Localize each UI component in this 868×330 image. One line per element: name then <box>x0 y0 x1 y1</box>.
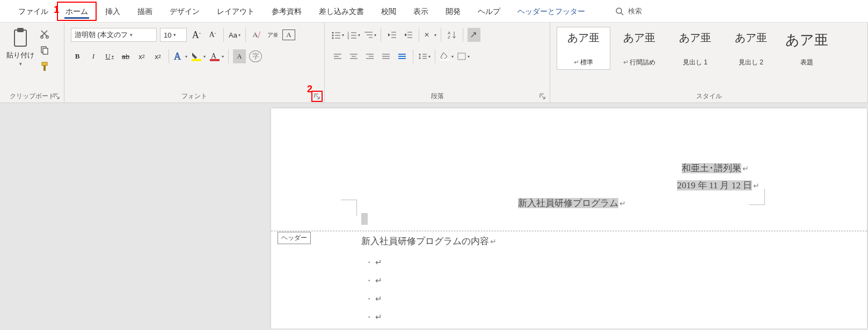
chevron-down-icon: ▾ <box>173 32 176 38</box>
bullet-1: ・ ↵ <box>365 258 382 268</box>
paragraph-launcher[interactable] <box>538 92 546 100</box>
doc-date: 2019 年 11 月 12 日 <box>677 179 760 192</box>
underline-button[interactable]: U <box>103 49 116 63</box>
svg-text:3: 3 <box>347 36 349 39</box>
character-border-button[interactable]: A <box>282 30 295 40</box>
increase-indent-button[interactable] <box>402 28 414 42</box>
search-label: 検索 <box>628 6 642 16</box>
cut-icon[interactable] <box>39 28 50 40</box>
paste-label: 貼り付け <box>6 50 34 60</box>
style-item-heading1[interactable]: あア亜 見出し 1 <box>668 27 722 70</box>
decrease-indent-button[interactable] <box>385 28 398 42</box>
align-left-button[interactable] <box>331 49 344 63</box>
bold-button[interactable]: B <box>71 49 84 63</box>
show-marks-button[interactable] <box>468 28 480 42</box>
change-case-button[interactable]: Aa <box>228 28 241 42</box>
italic-button[interactable]: I <box>87 49 100 63</box>
font-size-value: 10 <box>164 31 171 39</box>
bullet-4: ・ ↵ <box>365 312 382 322</box>
header-tag: ヘッダー <box>278 232 311 244</box>
paste-icon[interactable] <box>10 26 31 49</box>
svg-text:✕: ✕ <box>424 31 429 39</box>
group-label-clipboard: クリップボード <box>10 92 55 101</box>
tab-help[interactable]: ヘルプ <box>469 2 509 21</box>
svg-point-4 <box>41 36 43 38</box>
style-item-heading2[interactable]: あア亜 見出し 2 <box>724 27 778 70</box>
font-name-select[interactable]: 游明朝 (本文のフ ▾ <box>71 28 157 42</box>
tab-developer[interactable]: 開発 <box>437 2 469 21</box>
font-color-button[interactable]: A <box>209 49 224 63</box>
font-launcher[interactable] <box>313 92 321 100</box>
svg-rect-7 <box>43 48 48 54</box>
svg-point-18 <box>332 38 334 39</box>
tab-mailings[interactable]: 差し込み文書 <box>310 2 373 21</box>
bullet-3: ・ ↵ <box>365 294 382 304</box>
svg-rect-56 <box>441 59 449 61</box>
tab-header-footer[interactable]: ヘッダーとフッター <box>509 2 594 21</box>
svg-rect-3 <box>17 28 24 32</box>
svg-point-5 <box>46 36 48 38</box>
tab-review[interactable]: 校閲 <box>373 2 405 21</box>
tab-layout[interactable]: レイアウト <box>208 2 263 21</box>
svg-rect-8 <box>42 62 47 65</box>
format-painter-icon[interactable] <box>39 60 50 73</box>
text-effects-button[interactable]: A <box>173 49 187 63</box>
clear-formatting-button[interactable]: A⧸ <box>250 28 263 42</box>
clipboard-launcher[interactable] <box>53 92 61 100</box>
svg-rect-9 <box>43 65 46 71</box>
svg-rect-2 <box>14 30 26 46</box>
text-direction-button[interactable]: ✕ <box>424 28 436 42</box>
ribbon: 貼り付け ▾ クリップボード <box>0 23 868 103</box>
borders-button[interactable] <box>457 49 470 63</box>
style-preview: あア亜 <box>785 31 828 49</box>
chevron-down-icon: ▾ <box>130 32 133 38</box>
doc-empty-sel <box>361 213 368 225</box>
group-label-paragraph: 段落 <box>431 92 444 101</box>
highlight-button[interactable] <box>191 49 206 63</box>
style-item-nospacing[interactable]: あア亜 ↵行間詰め <box>612 27 666 70</box>
group-label-font: フォント <box>181 92 207 101</box>
style-preview: あア亜 <box>567 31 600 45</box>
character-shading-button[interactable]: A <box>233 49 246 63</box>
font-size-select[interactable]: 10 ▾ <box>160 28 187 42</box>
align-right-button[interactable] <box>363 49 376 63</box>
svg-rect-11 <box>192 59 201 61</box>
distributed-button[interactable] <box>396 49 409 63</box>
tab-design[interactable]: デザイン <box>161 2 208 21</box>
tab-draw[interactable]: 描画 <box>129 2 161 21</box>
numbered-list-button[interactable]: 123 <box>347 28 360 42</box>
tab-view[interactable]: 表示 <box>405 2 437 21</box>
style-item-title[interactable]: あア亜 表題 <box>780 27 834 70</box>
style-preview: あア亜 <box>623 31 655 45</box>
tab-insert[interactable]: 挿入 <box>97 2 129 21</box>
superscript-button[interactable]: x2 <box>151 49 164 63</box>
subscript-button[interactable]: x2 <box>135 49 148 63</box>
tab-references[interactable]: 参考資料 <box>263 2 310 21</box>
sort-button[interactable]: AZ <box>446 28 458 42</box>
phonetic-guide-button[interactable]: ア亜 <box>266 28 279 42</box>
shrink-font-button[interactable]: Aˇ <box>206 28 219 42</box>
tab-home[interactable]: ホーム <box>57 2 97 21</box>
header-divider <box>271 231 867 231</box>
multilevel-list-button[interactable] <box>363 28 376 42</box>
justify-button[interactable] <box>380 49 392 63</box>
strikethrough-button[interactable]: ab <box>119 49 132 63</box>
grow-font-button[interactable]: Aˆ <box>190 28 203 42</box>
align-center-button[interactable] <box>347 49 360 63</box>
search-box[interactable]: 検索 <box>615 6 642 16</box>
svg-point-16 <box>332 35 334 36</box>
copy-icon[interactable] <box>39 44 50 56</box>
chevron-down-icon[interactable]: ▾ <box>19 61 22 67</box>
doc-author: 和亜土･譜列巣 <box>682 162 749 174</box>
style-item-normal[interactable]: あア亜 ↵標準 <box>557 27 610 70</box>
page[interactable]: 和亜土･譜列巣 2019 年 11 月 12 日 新入社員研修プログラム ヘッダ… <box>271 108 867 328</box>
enclose-characters-button[interactable]: 字 <box>249 50 262 62</box>
shading-button[interactable] <box>440 49 454 63</box>
svg-rect-13 <box>210 59 220 61</box>
line-spacing-button[interactable] <box>418 49 431 63</box>
bulleted-list-button[interactable] <box>331 28 344 42</box>
tab-file[interactable]: ファイル <box>10 2 57 21</box>
style-gallery[interactable]: あア亜 ↵標準 あア亜 ↵行間詰め あア亜 見出し 1 あア亜 見出し 2 あア… <box>555 26 863 71</box>
ribbon-tabs: 1 ファイル ホーム 挿入 描画 デザイン レイアウト 参考資料 差し込み文書 … <box>0 0 868 23</box>
group-label-styles: スタイル <box>696 92 722 101</box>
